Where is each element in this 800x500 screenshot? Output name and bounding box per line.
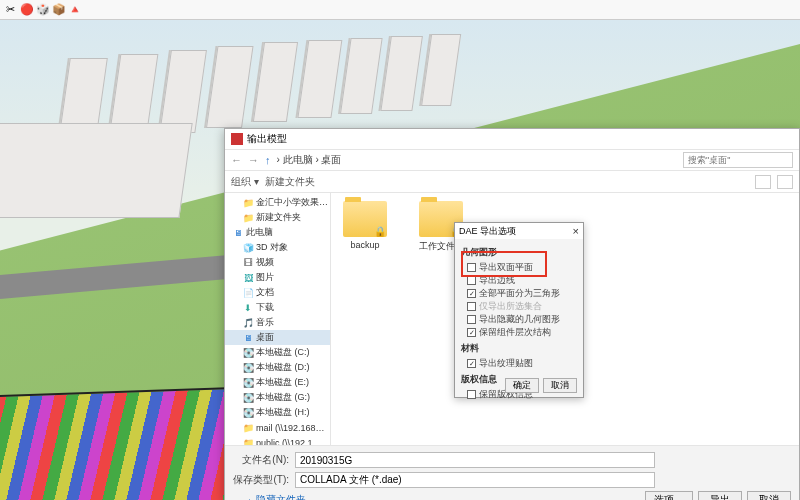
option-label: 保留组件层次结构: [479, 326, 551, 339]
tree-node-label: 视频: [256, 256, 274, 269]
new-folder-button[interactable]: 新建文件夹: [265, 175, 315, 189]
tree-node-label: 此电脑: [246, 226, 273, 239]
filetype-label: 保存类型(T):: [233, 473, 289, 487]
nav-bar: ← → ↑ › 此电脑 › 桌面: [225, 149, 799, 171]
tree-node-icon: 🎵: [243, 318, 253, 328]
tree-node-label: 文档: [256, 286, 274, 299]
view-mode-button[interactable]: [755, 175, 771, 189]
tree-node-label: 金汇中小学效果…: [256, 196, 328, 209]
file-name: backup: [339, 240, 391, 250]
tree-node-label: public (\\192.1…: [256, 438, 322, 446]
tool-icon-3[interactable]: 🎲: [36, 3, 49, 16]
dialog-titlebar[interactable]: 输出模型: [225, 129, 799, 149]
tool-icon-2[interactable]: 🔴: [20, 3, 33, 16]
tool-icon-5[interactable]: 🔺: [68, 3, 81, 16]
tree-node-label: 本地磁盘 (D:): [256, 361, 310, 374]
tree-node-icon: 💽: [243, 363, 253, 373]
option-edges[interactable]: 导出边线: [461, 274, 577, 287]
options-title: DAE 导出选项: [459, 225, 516, 238]
tree-node-icon: 🖼: [243, 273, 253, 283]
tree-node-icon: 🎞: [243, 258, 253, 268]
help-button[interactable]: [777, 175, 793, 189]
option-label: 导出双面平面: [479, 261, 533, 274]
tree-node-icon: 🧊: [243, 243, 253, 253]
tree-node[interactable]: 🧊3D 对象: [225, 240, 330, 255]
tree-node-label: 图片: [256, 271, 274, 284]
tree-node[interactable]: 📁mail (\\192.168…: [225, 420, 330, 435]
tree-node[interactable]: 🖥此电脑: [225, 225, 330, 240]
file-item[interactable]: backup: [339, 201, 391, 250]
tree-node-label: 本地磁盘 (C:): [256, 346, 310, 359]
tree-node-label: 下载: [256, 301, 274, 314]
dialog-bottom: 文件名(N): 保存类型(T): ▴ 隐藏文件夹 选项… 导出 取消: [225, 445, 799, 500]
tree-node[interactable]: 💽本地磁盘 (G:): [225, 390, 330, 405]
nav-back-icon[interactable]: ←: [231, 154, 242, 166]
dae-options-dialog: DAE 导出选项 × 几何图形导出双面平面导出边线✓全部平面分为三角形仅导出所选…: [454, 222, 584, 398]
tree-node-icon: 💽: [243, 393, 253, 403]
dialog-title-text: 输出模型: [247, 132, 793, 146]
filetype-combo[interactable]: [295, 472, 655, 488]
tree-node-label: 本地磁盘 (E:): [256, 376, 309, 389]
options-group-label: 几何图形: [461, 246, 577, 259]
option-only_sel: 仅导出所选集合: [461, 300, 577, 313]
tree-node-icon: 🖥: [243, 333, 253, 343]
option-triangulate[interactable]: ✓全部平面分为三角形: [461, 287, 577, 300]
tree-node-icon: 📁: [243, 438, 253, 446]
tree-node-icon: 📁: [243, 423, 253, 433]
filename-input[interactable]: [295, 452, 655, 468]
tree-node-label: 音乐: [256, 316, 274, 329]
tree-node-label: mail (\\192.168…: [256, 423, 325, 433]
tree-node[interactable]: 📄文档: [225, 285, 330, 300]
organize-menu[interactable]: 组织 ▾: [231, 175, 259, 189]
tree-node[interactable]: 📁金汇中小学效果…: [225, 195, 330, 210]
options-cancel-button[interactable]: 取消: [543, 378, 577, 393]
tree-node-label: 本地磁盘 (G:): [256, 391, 310, 404]
tool-icon-1[interactable]: ✂: [4, 3, 17, 16]
nav-fwd-icon[interactable]: →: [248, 154, 259, 166]
tree-node[interactable]: 💽本地磁盘 (E:): [225, 375, 330, 390]
checkbox-icon: [467, 302, 476, 311]
search-input[interactable]: [683, 152, 793, 168]
checkbox-icon: ✓: [467, 359, 476, 368]
hide-folders-link[interactable]: ▴ 隐藏文件夹: [233, 493, 306, 500]
tree-node-icon: 💽: [243, 348, 253, 358]
options-button[interactable]: 选项…: [645, 491, 693, 500]
tree-node[interactable]: 📁public (\\192.1…: [225, 435, 330, 445]
option-label: 导出隐藏的几何图形: [479, 313, 560, 326]
tree-node-icon: 📁: [243, 213, 253, 223]
tree-node[interactable]: ⬇下载: [225, 300, 330, 315]
folder-icon: [343, 201, 387, 237]
option-two_sided[interactable]: 导出双面平面: [461, 261, 577, 274]
tree-node[interactable]: 💽本地磁盘 (H:): [225, 405, 330, 420]
tree-node-icon: 💽: [243, 378, 253, 388]
option-label: 导出边线: [479, 274, 515, 287]
tree-node[interactable]: 💽本地磁盘 (C:): [225, 345, 330, 360]
tree-node[interactable]: 📁新建文件夹: [225, 210, 330, 225]
option-label: 导出纹理贴图: [479, 357, 533, 370]
export-button[interactable]: 导出: [698, 491, 742, 500]
tree-node[interactable]: 🎵音乐: [225, 315, 330, 330]
option-hierarchy[interactable]: ✓保留组件层次结构: [461, 326, 577, 339]
tree-node[interactable]: 🖼图片: [225, 270, 330, 285]
option-hidden_geo[interactable]: 导出隐藏的几何图形: [461, 313, 577, 326]
tree-node[interactable]: 🎞视频: [225, 255, 330, 270]
cancel-button[interactable]: 取消: [747, 491, 791, 500]
tree-node-icon: 📄: [243, 288, 253, 298]
filename-label: 文件名(N):: [233, 453, 289, 467]
options-group-label: 材料: [461, 342, 577, 355]
checkbox-icon: ✓: [467, 328, 476, 337]
checkbox-icon: [467, 276, 476, 285]
tree-node[interactable]: 💽本地磁盘 (D:): [225, 360, 330, 375]
tree-node[interactable]: 🖥桌面: [225, 330, 330, 345]
option-tex[interactable]: ✓导出纹理贴图: [461, 357, 577, 370]
folder-tree[interactable]: 📁金汇中小学效果…📁新建文件夹🖥此电脑🧊3D 对象🎞视频🖼图片📄文档⬇下载🎵音乐…: [225, 193, 331, 445]
tree-node-label: 本地磁盘 (H:): [256, 406, 310, 419]
breadcrumb[interactable]: › 此电脑 › 桌面: [277, 153, 678, 167]
tool-icon-4[interactable]: 📦: [52, 3, 65, 16]
options-titlebar[interactable]: DAE 导出选项 ×: [455, 223, 583, 239]
option-label: 全部平面分为三角形: [479, 287, 560, 300]
close-icon[interactable]: ×: [573, 225, 579, 237]
options-ok-button[interactable]: 确定: [505, 378, 539, 393]
nav-up-icon[interactable]: ↑: [265, 154, 271, 166]
tree-node-label: 新建文件夹: [256, 211, 301, 224]
